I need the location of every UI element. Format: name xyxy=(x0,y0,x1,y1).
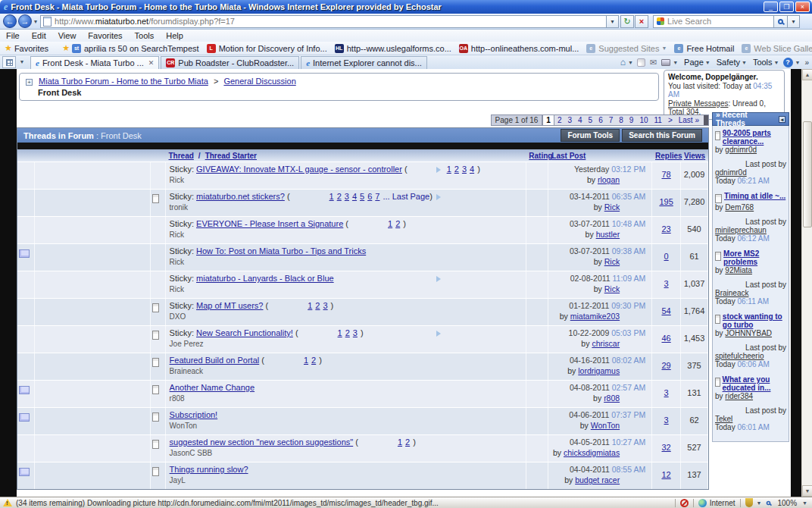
menu-item[interactable]: Help xyxy=(160,31,189,40)
page-number-link[interactable]: 1 xyxy=(329,192,334,201)
address-dropdown-button[interactable]: ▾ xyxy=(607,15,619,28)
last-poster-link[interactable]: chicksdigmiatas xyxy=(564,448,620,457)
replies-link[interactable]: 195 xyxy=(659,197,673,206)
print-icon[interactable] xyxy=(661,59,670,66)
replies-link[interactable]: 3 xyxy=(664,388,669,397)
quick-tabs-button[interactable] xyxy=(2,56,16,68)
thread-link[interactable]: GIVEAWAY: Innovate MTX-L gauge - sensor … xyxy=(196,165,402,174)
search-forum-button[interactable]: Search this Forum xyxy=(622,129,702,142)
expand-icon[interactable]: + xyxy=(26,79,33,86)
page-menu[interactable]: Page xyxy=(684,58,704,67)
thread-link[interactable]: miataturbo - Lanyards - Black or Blue xyxy=(196,274,334,283)
page-number-link[interactable]: 1 xyxy=(304,356,308,365)
recent-thread-link[interactable]: More MS2 problems xyxy=(723,249,786,266)
vertical-scrollbar[interactable]: ▲ ▼ xyxy=(801,69,812,497)
protected-mode-icon[interactable] xyxy=(745,498,753,507)
favorites-link[interactable]: e Web Slice Gallery ▼ xyxy=(742,44,812,53)
last-poster-link[interactable]: spitefulcheerio xyxy=(715,352,764,360)
page-link[interactable]: 9 xyxy=(626,115,637,125)
last-poster-link[interactable]: miatamike203 xyxy=(570,312,620,321)
sort-thread-header[interactable]: Thread xyxy=(166,152,197,160)
overflow-chevron-icon[interactable]: » xyxy=(804,58,809,67)
favorites-link[interactable]: st aprilia rs 50 on SearchTempest ▼ xyxy=(72,44,199,53)
thread-link[interactable]: Another Name Change xyxy=(170,383,255,392)
sort-starter-header[interactable]: Thread Starter xyxy=(202,152,260,160)
back-button[interactable]: ← xyxy=(3,14,17,28)
sort-views-header[interactable]: Views xyxy=(681,152,708,160)
replies-link[interactable]: 12 xyxy=(661,470,670,479)
thread-link[interactable]: Featured Build on Portal xyxy=(170,356,260,365)
menu-item[interactable]: View xyxy=(52,31,83,40)
browser-tab[interactable]: e CR Front Desk - Miata Turbo ... ✕ xyxy=(30,56,159,69)
thread-link[interactable]: New Search Functionality! xyxy=(196,328,293,337)
search-input[interactable]: Live Search xyxy=(653,15,774,28)
page-link[interactable]: 4 xyxy=(575,115,586,125)
thread-author-link[interactable]: gdnimr0d xyxy=(725,146,757,154)
tools-menu[interactable]: Tools xyxy=(753,58,773,67)
last-poster-link[interactable]: lordrigamus xyxy=(578,366,620,375)
page-link[interactable]: Last » xyxy=(676,115,702,125)
sort-lastpost-header[interactable]: Last Post xyxy=(548,152,652,160)
page-link[interactable]: 10 xyxy=(636,115,651,125)
replies-link[interactable]: 32 xyxy=(661,443,670,452)
page-number-link[interactable]: 2 xyxy=(405,437,410,447)
last-poster-link[interactable]: Rick xyxy=(604,257,620,266)
read-mail-icon[interactable]: ✉ xyxy=(650,58,657,67)
minimize-button[interactable]: _ xyxy=(764,2,778,12)
favorites-link[interactable]: L Motion for Discovery of Info... ▼ xyxy=(207,44,327,53)
favorites-button[interactable]: Favorites xyxy=(14,44,48,53)
last-poster-link[interactable]: Braineack xyxy=(715,289,748,297)
replies-link[interactable]: 78 xyxy=(661,170,670,179)
favorites-link[interactable]: e Free Hotmail ▼ xyxy=(674,44,734,53)
replies-link[interactable]: 0 xyxy=(664,252,669,261)
thread-link[interactable]: suggested new section "new section sugge… xyxy=(170,437,354,447)
page-number-link[interactable]: 2 xyxy=(454,165,459,174)
replies-link[interactable]: 3 xyxy=(664,279,669,288)
sort-rating-header[interactable]: Rating xyxy=(526,152,548,160)
page-number-link[interactable]: 2 xyxy=(345,328,350,337)
recent-thread-link[interactable]: What are you educated in... xyxy=(723,375,786,392)
goto-unread-icon[interactable] xyxy=(436,167,441,173)
chevron-down-icon[interactable]: ▼ xyxy=(757,500,762,506)
close-tab-icon[interactable]: ✕ xyxy=(148,59,155,67)
chevron-down-icon[interactable]: ▼ xyxy=(802,500,807,506)
tab-list-dropdown-icon[interactable]: ▼ xyxy=(17,56,27,68)
page-number-link[interactable]: 1 xyxy=(398,437,402,447)
page-number-link[interactable]: 3 xyxy=(323,301,327,310)
restore-button[interactable]: ❐ xyxy=(779,2,794,12)
thread-author-link[interactable]: Dem768 xyxy=(725,203,754,212)
scroll-down-icon[interactable]: ▼ xyxy=(802,485,812,497)
page-link[interactable]: 1 xyxy=(542,115,554,125)
last-poster-link[interactable]: r808 xyxy=(604,394,620,403)
page-number-link[interactable]: 6 xyxy=(367,192,372,201)
thread-link[interactable]: miataturbo.net stickers? xyxy=(196,192,285,201)
search-go-button[interactable] xyxy=(774,15,788,28)
page-number-link[interactable]: 1 xyxy=(338,328,342,337)
page-number-link[interactable]: 2 xyxy=(311,356,316,365)
page-number-link[interactable]: 3 xyxy=(353,328,358,337)
last-poster-link[interactable]: Rick xyxy=(604,202,620,212)
page-number-link[interactable]: 2 xyxy=(337,192,342,201)
browser-tab[interactable]: e CR Internet Explorer cannot dis... xyxy=(301,56,427,69)
page-link[interactable]: > xyxy=(665,115,676,125)
last-poster-link[interactable]: chriscar xyxy=(592,339,620,348)
search-dropdown-button[interactable]: ▾ xyxy=(788,15,800,28)
last-poster-link[interactable]: Rick xyxy=(604,284,620,293)
collapse-panel-icon[interactable]: ◂ xyxy=(779,116,785,123)
page-number-link[interactable]: 3 xyxy=(345,192,349,201)
page-number-link[interactable]: 7 xyxy=(375,192,379,201)
favorites-link[interactable]: OA http--onlineathens.com-mul... ▼ xyxy=(459,44,579,53)
stop-button[interactable]: × xyxy=(635,15,648,28)
breadcrumb-forum-link[interactable]: Miata Turbo Forum - Home to the Turbo Mi… xyxy=(39,77,208,86)
goto-unread-icon[interactable] xyxy=(436,331,441,337)
zoom-level[interactable]: 100% xyxy=(777,499,797,507)
thread-link[interactable]: Map of MT users? xyxy=(196,301,263,310)
recent-thread-link[interactable]: Timing at idle ~... xyxy=(724,192,785,203)
last-poster-link[interactable]: Tekel xyxy=(715,415,732,423)
sort-replies-header[interactable]: Replies xyxy=(652,152,681,160)
home-icon[interactable]: ⌂ xyxy=(620,57,626,67)
thread-link[interactable]: How To: Post on Miata Turbo - Tips and T… xyxy=(196,246,366,256)
page-number-link[interactable]: 3 xyxy=(462,165,467,174)
thread-author-link[interactable]: 92Miata xyxy=(725,266,752,274)
page-number-link[interactable]: 5 xyxy=(360,192,364,201)
